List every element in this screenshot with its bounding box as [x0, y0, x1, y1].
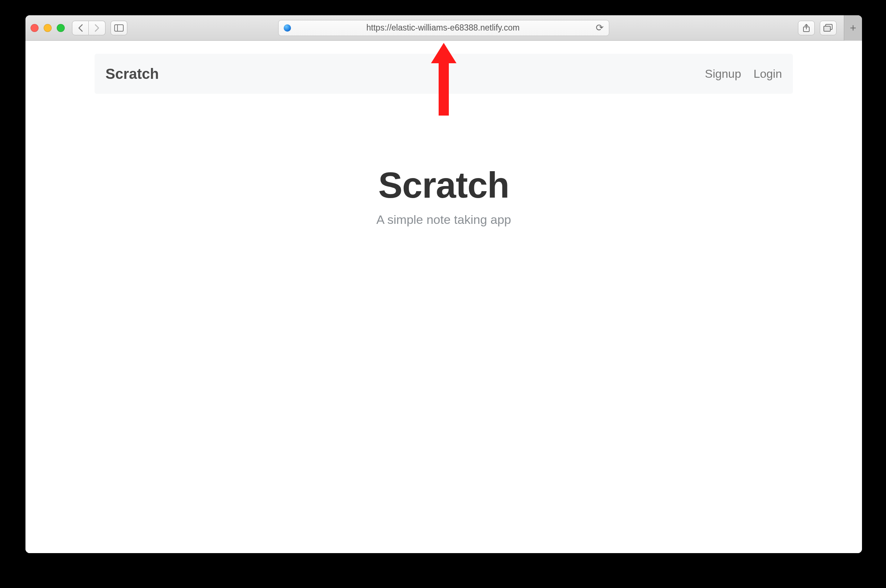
browser-window: https://elastic-williams-e68388.netlify.…: [26, 15, 862, 553]
sidebar-toggle-button[interactable]: [111, 21, 127, 35]
url-text: https://elastic-williams-e68388.netlify.…: [295, 23, 591, 33]
brand-logo[interactable]: Scratch: [105, 66, 159, 82]
nav-links: Signup Login: [705, 67, 782, 81]
svg-rect-0: [114, 25, 123, 31]
window-controls: [30, 24, 65, 32]
reload-icon[interactable]: ⟳: [596, 22, 604, 33]
maximize-window-button[interactable]: [57, 24, 65, 32]
browser-toolbar: https://elastic-williams-e68388.netlify.…: [26, 15, 862, 41]
hero-title: Scratch: [376, 164, 511, 206]
signup-link[interactable]: Signup: [705, 67, 741, 81]
share-button[interactable]: [798, 21, 815, 35]
app-navbar: Scratch Signup Login: [95, 54, 793, 94]
back-button[interactable]: [72, 21, 89, 35]
site-identity-icon: [284, 24, 291, 32]
new-tab-button[interactable]: +: [844, 15, 862, 41]
minimize-window-button[interactable]: [44, 24, 52, 32]
page-viewport: Scratch Signup Login Scratch A simple no…: [26, 41, 862, 553]
address-bar[interactable]: https://elastic-williams-e68388.netlify.…: [278, 20, 609, 36]
svg-rect-5: [824, 26, 830, 31]
hero-section: Scratch A simple note taking app: [376, 164, 511, 227]
nav-back-forward: [72, 21, 105, 35]
login-link[interactable]: Login: [754, 67, 782, 81]
forward-button[interactable]: [89, 21, 105, 35]
tabs-overview-button[interactable]: [820, 21, 836, 35]
close-window-button[interactable]: [30, 24, 39, 32]
hero-subtitle: A simple note taking app: [376, 213, 511, 227]
